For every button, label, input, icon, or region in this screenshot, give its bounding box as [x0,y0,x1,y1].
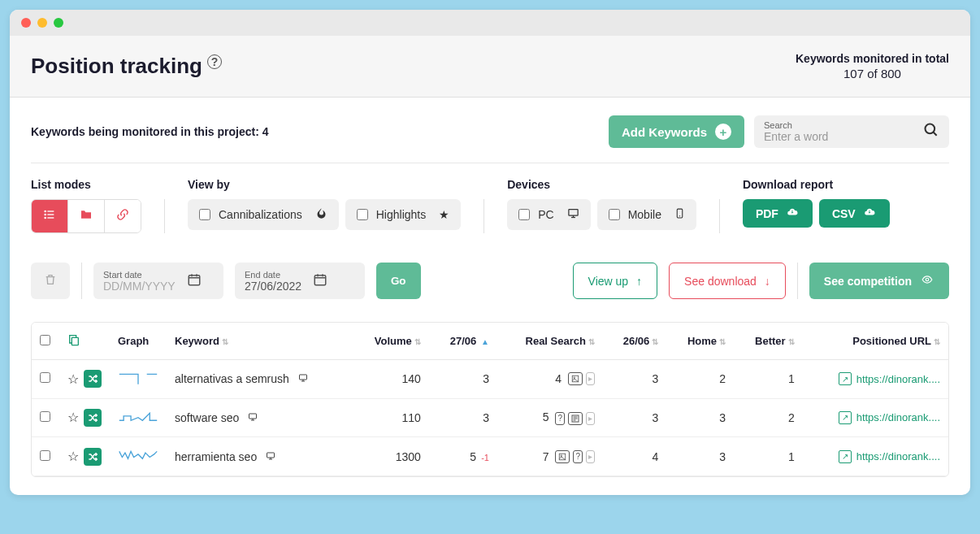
svg-rect-5 [47,214,54,215]
divider [483,199,484,233]
list-mode-link-button[interactable] [105,200,141,232]
favorite-icon[interactable]: ☆ [67,410,79,425]
url-cell[interactable]: ↗ https://dinorank.... [811,372,940,385]
delete-button[interactable] [31,263,70,299]
col-graph[interactable]: Graph [110,323,167,360]
url-text[interactable]: https://dinorank.... [856,373,940,385]
col-date[interactable]: 27/06 ▲ [429,323,497,360]
col-prev-date[interactable]: 26/06⇅ [603,323,666,360]
url-cell[interactable]: ↗ https://dinorank.... [811,411,940,424]
graph-cell [110,398,167,437]
svg-rect-17 [314,275,326,284]
col-better[interactable]: Better⇅ [734,323,803,360]
col-real-search[interactable]: Real Search⇅ [497,323,603,360]
better-cell: 1 [734,360,803,399]
volume-cell: 110 [352,398,429,437]
cloud-download-icon [862,206,877,220]
home-cell: 3 [666,437,734,476]
go-button[interactable]: Go [376,263,421,299]
mobile-checkbox[interactable] [609,209,620,220]
better-cell: 2 [734,398,803,437]
copy-icon[interactable] [67,337,80,349]
download-pdf-button[interactable]: PDF [743,199,813,228]
svg-rect-23 [299,375,306,380]
image-serp-icon [568,372,583,385]
select-all-checkbox[interactable] [40,335,50,345]
svg-rect-35 [267,453,275,458]
add-keywords-button[interactable]: Add Keywords + [609,115,744,148]
row-checkbox[interactable] [40,411,50,422]
shuffle-icon[interactable] [84,448,102,466]
arrow-up-icon: ↑ [636,275,642,288]
svg-rect-28 [249,414,257,419]
date-rank-cell: 3 [429,360,497,399]
shuffle-icon[interactable] [84,409,102,427]
keyword-cell[interactable]: alternativas a semrush [167,360,352,399]
real-search-cell: 7 ?▸ [497,437,603,476]
keyword-cell[interactable]: software seo [167,398,352,437]
svg-rect-3 [47,211,54,211]
cannibalizations-checkbox[interactable] [199,209,210,220]
highlights-filter[interactable]: Highlights ★ [345,199,461,230]
list-modes-label: List modes [31,178,141,191]
mobile-filter[interactable]: Mobile [597,199,696,230]
svg-rect-22 [72,337,78,345]
cannibalizations-filter[interactable]: Cannibalizations [188,199,339,230]
start-date-input[interactable]: Start date DD/MM/YYYY [93,263,223,299]
calendar-icon [313,272,327,290]
end-date-input[interactable]: End date 27/06/2022 [235,263,365,299]
search-input[interactable] [764,130,915,143]
see-download-button[interactable]: See download ↓ [669,263,786,299]
pc-text: PC [538,208,553,221]
view-up-button[interactable]: View up ↑ [573,263,658,299]
project-keywords-label: Keywords being monitored in this project… [31,125,268,138]
cloud-download-icon [785,206,800,220]
minimize-window-icon[interactable] [37,18,47,28]
close-window-icon[interactable] [21,18,31,28]
external-link-icon[interactable]: ↗ [839,411,852,424]
app-window: Position tracking ? Keywords monitored i… [10,10,970,495]
col-volume[interactable]: Volume⇅ [352,323,429,360]
real-search-cell: 5 ?▸ [497,398,603,437]
list-mode-list-button[interactable] [32,200,68,232]
view-up-label: View up [588,275,629,288]
volume-cell: 140 [352,360,429,399]
pc-checkbox[interactable] [518,209,530,220]
video-serp-icon: ▸ [586,372,595,385]
col-keyword[interactable]: Keyword⇅ [167,323,352,360]
col-home[interactable]: Home⇅ [666,323,734,360]
keyword-cell[interactable]: herramienta seo [167,437,352,476]
maximize-window-icon[interactable] [54,18,63,28]
shuffle-icon[interactable] [84,370,102,388]
svg-point-2 [44,211,46,213]
url-text[interactable]: https://dinorank.... [856,411,940,423]
pc-filter[interactable]: PC [507,199,590,230]
url-text[interactable]: https://dinorank.... [856,450,940,462]
highlights-checkbox[interactable] [357,209,368,220]
calendar-icon [187,272,202,290]
graph-cell [110,437,167,476]
real-search-cell: 4 ▸ [497,360,603,399]
list-mode-folder-button[interactable] [68,200,105,232]
search-label: Search [764,120,915,130]
question-serp-icon: ? [555,412,565,425]
search-box[interactable]: Search [754,115,949,148]
see-competition-button[interactable]: See competition [809,263,949,299]
pdf-text: PDF [756,207,778,220]
url-cell[interactable]: ↗ https://dinorank.... [811,450,940,463]
help-icon[interactable]: ? [207,54,222,69]
list-icon [43,208,56,224]
devices-label: Devices [507,178,696,191]
favorite-icon[interactable]: ☆ [67,371,79,387]
search-icon[interactable] [923,122,939,142]
favorite-icon[interactable]: ☆ [67,449,79,464]
download-csv-button[interactable]: CSV [819,199,890,228]
external-link-icon[interactable]: ↗ [839,450,852,463]
external-link-icon[interactable]: ↗ [839,372,852,385]
svg-point-4 [44,214,46,216]
folder-icon [80,208,93,224]
desktop-icon [265,450,276,463]
row-checkbox[interactable] [40,372,50,383]
col-url[interactable]: Positioned URL⇅ [803,323,948,360]
row-checkbox[interactable] [40,450,50,461]
